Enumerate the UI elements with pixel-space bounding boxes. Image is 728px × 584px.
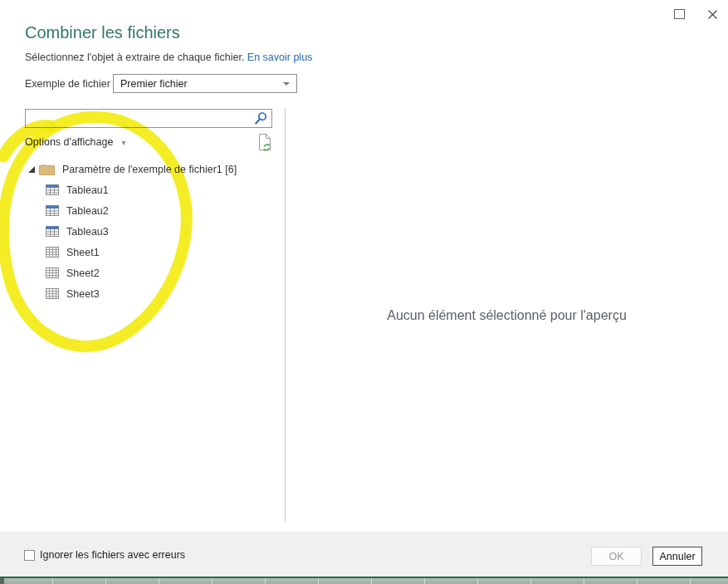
- close-icon: [707, 9, 718, 20]
- ignore-errors-label: Ignorer les fichiers avec erreurs: [40, 549, 185, 561]
- ok-button[interactable]: OK: [591, 547, 642, 566]
- table-icon: [46, 226, 59, 237]
- sample-file-label: Exemple de fichier :: [25, 78, 116, 90]
- search-icon[interactable]: [253, 111, 268, 125]
- table-icon: [46, 184, 59, 195]
- sample-file-value: Premier fichier: [120, 78, 188, 90]
- table-icon: [46, 205, 59, 216]
- search-input[interactable]: [26, 110, 253, 127]
- chevron-down-icon: ▾: [121, 138, 125, 147]
- tree-item-sheet2[interactable]: Sheet2: [25, 263, 278, 283]
- tree-item-label: Tableau1: [66, 184, 109, 196]
- learn-more-link[interactable]: En savoir plus: [247, 52, 313, 63]
- cancel-button[interactable]: Annuler: [652, 547, 702, 566]
- tree-root-label: Paramètre de l'exemple de fichier1 [6]: [62, 164, 237, 175]
- worksheet-icon: [46, 267, 59, 278]
- excel-column-header-strip: [0, 577, 728, 584]
- close-button[interactable]: [701, 4, 723, 24]
- display-options-dropdown[interactable]: Options d'affichage ▾: [25, 136, 125, 148]
- tree-item-tableau3[interactable]: Tableau3: [25, 221, 278, 242]
- expand-triangle-icon[interactable]: [27, 164, 36, 174]
- tree-item-label: Tableau3: [66, 226, 109, 238]
- maximize-button[interactable]: [668, 4, 690, 24]
- refresh-document-icon: [257, 133, 273, 152]
- tree-item-tableau2[interactable]: Tableau2: [25, 200, 278, 221]
- maximize-icon: [674, 9, 685, 19]
- object-tree: Paramètre de l'exemple de fichier1 [6] T…: [25, 159, 278, 304]
- search-box: [25, 109, 272, 128]
- chevron-down-icon: [283, 82, 290, 86]
- preview-empty-message: Aucun élément sélectionné pour l'aperçu: [286, 308, 728, 323]
- tree-item-label: Sheet1: [66, 247, 100, 258]
- tree-item-label: Sheet3: [66, 288, 100, 300]
- refresh-button[interactable]: [257, 133, 273, 152]
- tree-root-sample-parameter[interactable]: Paramètre de l'exemple de fichier1 [6]: [25, 159, 278, 179]
- subtitle: Sélectionnez l'objet à extraire de chaqu…: [25, 52, 312, 63]
- window-controls: [668, 4, 723, 24]
- tree-item-label: Sheet2: [66, 267, 100, 279]
- tree-item-sheet1[interactable]: Sheet1: [25, 242, 278, 263]
- sample-file-dropdown[interactable]: Premier fichier: [113, 74, 297, 93]
- ignore-errors-option[interactable]: Ignorer les fichiers avec erreurs: [24, 549, 185, 561]
- ignore-errors-checkbox[interactable]: [24, 550, 35, 561]
- worksheet-icon: [46, 247, 59, 258]
- tree-item-tableau1[interactable]: Tableau1: [25, 179, 278, 200]
- subtitle-text: Sélectionnez l'objet à extraire de chaqu…: [25, 52, 244, 63]
- page-title: Combiner les fichiers: [25, 23, 180, 42]
- display-options-label: Options d'affichage: [25, 136, 113, 148]
- worksheet-icon: [46, 288, 59, 299]
- folder-icon: [39, 164, 55, 175]
- combine-files-dialog: Combiner les fichiers Sélectionnez l'obj…: [0, 0, 728, 584]
- tree-item-sheet3[interactable]: Sheet3: [25, 283, 278, 304]
- tree-item-label: Tableau2: [66, 205, 109, 217]
- excel-row-header-corner: [0, 578, 4, 584]
